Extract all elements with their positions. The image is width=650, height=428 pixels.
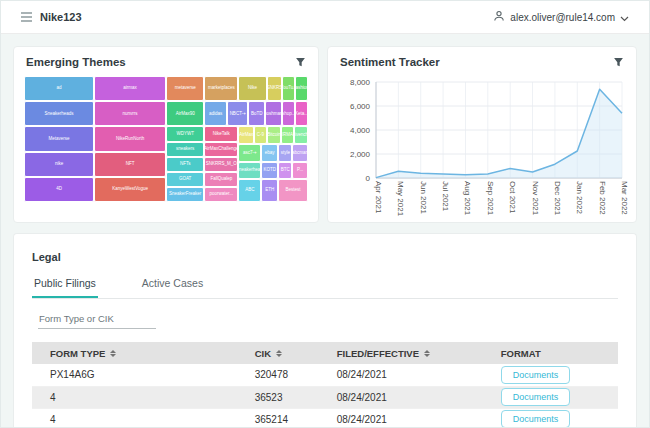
treemap-tile[interactable]: sneakerhead [238, 162, 261, 180]
svg-text:Jun 2021: Jun 2021 [419, 181, 428, 214]
treemap-tile[interactable]: sneakers [166, 142, 204, 157]
table-cell-format: Documents [501, 364, 618, 386]
treemap-tile[interactable]: ABC [238, 179, 261, 202]
treemap-tile[interactable]: style [278, 144, 292, 162]
treemap-tile[interactable]: adidas [204, 101, 227, 126]
svg-text:Nov 2021: Nov 2021 [531, 181, 540, 216]
treemap-tile[interactable]: WDYWT [166, 126, 204, 141]
treemap-tile[interactable]: Sneakerheads [24, 101, 94, 126]
sort-icon[interactable] [276, 350, 282, 357]
treemap-tile[interactable]: shop... [282, 101, 295, 126]
treemap-tile[interactable]: Keta... [295, 101, 308, 126]
svg-text:2,000: 2,000 [350, 150, 371, 159]
treemap-tile[interactable]: P... [292, 162, 308, 180]
treemap-tile[interactable]: BTC [278, 162, 292, 180]
treemap-tile[interactable]: Nike [238, 76, 266, 101]
treemap-tile[interactable]: poorwater... [204, 187, 238, 202]
treemap-tile[interactable]: SNKRRS_M_O [204, 157, 238, 172]
documents-button[interactable]: Documents [501, 388, 571, 406]
treemap-tile[interactable]: asc7-+ [238, 144, 261, 162]
filings-table: FORM TYPECIKFILED/EFFECTIVEFORMAT PX14A6… [32, 342, 618, 428]
treemap-tile[interactable]: ETH [261, 179, 278, 202]
svg-text:Sep 2021: Sep 2021 [486, 181, 495, 216]
legal-tabs: Public Filings Active Cases [32, 273, 618, 299]
emerging-themes-card: Emerging Themes adSneakerheadsMetaversen… [13, 46, 319, 223]
table-cell: 365214 [255, 408, 337, 428]
treemap-tile[interactable]: Metaverse [24, 126, 94, 151]
tab-active-cases[interactable]: Active Cases [140, 273, 205, 298]
treemap-tile[interactable]: Bitcoin [267, 126, 281, 144]
treemap-tile[interactable]: BoTD [248, 101, 265, 126]
table-cell: 36523 [255, 386, 337, 408]
treemap-tile[interactable]: SneakerFreaker [166, 187, 204, 202]
treemap-tile[interactable]: YouTu... [282, 76, 295, 101]
treemap-tile[interactable]: abcmart [292, 144, 308, 162]
treemap-tile[interactable]: marketplaces [204, 76, 238, 101]
legal-title: Legal [32, 251, 618, 263]
table-row: 436521408/24/2021Documents [32, 408, 618, 428]
filter-icon[interactable] [613, 57, 624, 68]
treemap-tile[interactable]: AirMaxChallenge [204, 142, 238, 157]
treemap-tile[interactable]: AirMax [238, 126, 254, 144]
sort-icon[interactable] [110, 350, 116, 357]
form-type-cik-search-input[interactable] [38, 311, 156, 329]
treemap-tile[interactable]: Bestest [278, 179, 308, 202]
svg-text:8,000: 8,000 [350, 78, 371, 87]
documents-button[interactable]: Documents [501, 410, 571, 428]
treemap-tile[interactable]: SNKRS [267, 76, 283, 101]
treemap-tile[interactable]: KanyeWestVogue [94, 177, 166, 202]
treemap-tile[interactable]: poshmark [265, 101, 282, 126]
svg-text:0: 0 [366, 174, 371, 183]
table-cell: 4 [32, 408, 255, 428]
table-cell-format: Documents [501, 386, 618, 408]
treemap-tile[interactable]: ad [24, 76, 94, 101]
treemap-tile[interactable]: NFTs [166, 157, 204, 172]
treemap-tile[interactable]: AIRMAX [281, 126, 294, 144]
filings-table-header-row: FORM TYPECIKFILED/EFFECTIVEFORMAT [32, 342, 618, 364]
column-header-form-type[interactable]: FORM TYPE [32, 342, 255, 364]
tab-public-filings[interactable]: Public Filings [32, 273, 98, 298]
svg-text:Jul 2021: Jul 2021 [441, 181, 450, 212]
treemap-tile[interactable]: fashion [295, 76, 308, 101]
treemap-tile[interactable]: C-9 [254, 126, 267, 144]
svg-text:Aug 2021: Aug 2021 [463, 181, 472, 216]
user-menu[interactable]: alex.oliver@rule14.com [493, 8, 629, 26]
treemap-tile[interactable]: AirMax90 [166, 101, 204, 126]
column-header-filed-effective[interactable]: FILED/EFFECTIVE [337, 342, 501, 364]
table-row: 43652308/24/2021Documents [32, 386, 618, 408]
treemap-tile[interactable]: KOTD [261, 162, 278, 180]
table-cell: PX14A6G [32, 364, 255, 386]
treemap-tile[interactable]: FallQualep [204, 172, 238, 187]
column-header-cik[interactable]: CIK [255, 342, 337, 364]
treemap-tile[interactable]: NFT [94, 152, 166, 177]
treemap-tile[interactable]: nike [24, 152, 94, 177]
treemap-tile[interactable]: NikeRunNorth [94, 126, 166, 151]
treemap-tile[interactable]: nunvrrs [94, 101, 166, 126]
treemap-tile[interactable]: metaverse [166, 76, 204, 101]
svg-text:May 2021: May 2021 [396, 181, 405, 217]
svg-text:4,000: 4,000 [350, 126, 371, 135]
table-cell: 08/24/2021 [337, 408, 501, 428]
filter-icon[interactable] [295, 57, 306, 68]
treemap-tile[interactable]: GOAT [166, 172, 204, 187]
table-cell: 08/24/2021 [337, 364, 501, 386]
table-cell-format: Documents [501, 408, 618, 428]
hamburger-menu-icon[interactable] [21, 12, 32, 22]
treemap-tile[interactable]: 4D [24, 177, 94, 202]
treemap-tile[interactable]: ebay [261, 144, 278, 162]
treemap-tile[interactable]: NikeTalk [204, 126, 238, 141]
svg-text:Mar 2022: Mar 2022 [620, 181, 629, 215]
sort-icon[interactable] [424, 350, 430, 357]
treemap-tile[interactable]: Givenchy [294, 126, 308, 144]
documents-button[interactable]: Documents [501, 366, 571, 384]
svg-text:Apr 2021: Apr 2021 [374, 181, 383, 214]
main-content: Emerging Themes adSneakerheadsMetaversen… [1, 34, 649, 428]
emerging-themes-title: Emerging Themes [26, 56, 126, 68]
app-title: Nike123 [40, 11, 82, 23]
treemap-tile[interactable]: airmax [94, 76, 166, 101]
treemap-tile[interactable]: NBCT-+ [227, 101, 248, 126]
table-cell: 320478 [255, 364, 337, 386]
svg-text:Dec 2021: Dec 2021 [553, 181, 562, 216]
table-cell: 08/24/2021 [337, 386, 501, 408]
filings-table-body: PX14A6G32047808/24/2021Documents43652308… [32, 364, 618, 428]
